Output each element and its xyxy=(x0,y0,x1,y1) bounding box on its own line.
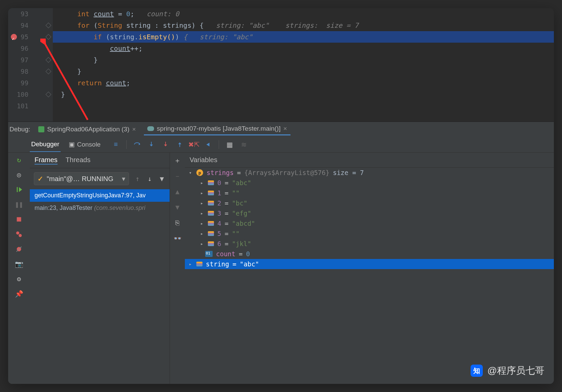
code-line: } xyxy=(53,66,554,77)
var-row[interactable]: 3 = "efg" xyxy=(185,208,554,218)
run-config-tab[interactable]: SpringRoad06Application (3) × xyxy=(35,124,139,135)
prev-frame-icon[interactable]: ↑ xyxy=(134,175,141,182)
tab-debugger[interactable]: Debugger xyxy=(30,137,61,152)
filter-icon[interactable]: ▼ xyxy=(158,175,166,182)
zhihu-logo-icon: 知 xyxy=(471,365,483,377)
svg-point-7 xyxy=(19,234,22,237)
tab-threads[interactable]: Threads xyxy=(66,156,90,165)
fold-marker[interactable] xyxy=(46,69,51,74)
var-row[interactable]: p strings = {Arrays$ArrayList@576} size … xyxy=(185,168,554,178)
expand-icon[interactable] xyxy=(200,241,204,246)
var-row[interactable]: 4 = "abcd" xyxy=(185,218,554,228)
var-row[interactable]: 0 = "abc" xyxy=(185,178,554,188)
thread-selector[interactable]: ✓ "main"@… RUNNING ▾ xyxy=(34,172,129,185)
var-row[interactable]: 5 = "" xyxy=(185,228,554,239)
tab-console[interactable]: ▣Console xyxy=(67,137,102,152)
fold-column xyxy=(32,8,53,122)
chevron-down-icon: ▾ xyxy=(122,175,125,183)
var-row-selected[interactable]: string = "abc" xyxy=(185,259,554,269)
debug-toolbar: Debugger ▣Console ≡ ✖⇱ ▦ ≋ xyxy=(8,136,554,153)
expand-icon[interactable] xyxy=(200,211,204,216)
fold-marker[interactable] xyxy=(46,34,51,40)
drop-frame-icon[interactable]: ✖⇱ xyxy=(190,141,198,148)
run-to-cursor-icon[interactable] xyxy=(204,141,212,148)
variables-pane: ＋ － ▲ ▼ ⎘ 👓 Variables p strings = {Array… xyxy=(170,153,554,384)
elephant-icon xyxy=(147,126,154,131)
expand-icon[interactable] xyxy=(189,261,193,267)
line-gutter: 93 94 95 96 97 98 99 100 101 xyxy=(8,8,32,122)
rerun-icon[interactable]: ↻ xyxy=(15,156,23,164)
expand-icon[interactable] xyxy=(200,221,204,226)
layout-icon[interactable]: ≡ xyxy=(112,141,120,148)
bug-icon xyxy=(38,126,44,132)
mute-breakpoints-icon[interactable] xyxy=(15,245,23,253)
down-icon[interactable]: ▼ xyxy=(174,203,181,211)
code-line: return count; xyxy=(53,77,554,89)
code-line: for (String string : strings) { string: … xyxy=(53,20,554,31)
trace-icon[interactable]: ≋ xyxy=(240,141,247,148)
element-icon xyxy=(208,191,214,195)
evaluate-icon[interactable]: ▦ xyxy=(226,141,233,148)
stack-frame[interactable]: getCountEmptyStringUsingJava7:97, Jav xyxy=(30,189,170,202)
pause-icon[interactable]: ❚❚ xyxy=(15,201,23,208)
breakpoint-icon[interactable] xyxy=(11,34,17,40)
resume-icon[interactable] xyxy=(15,186,23,193)
expand-icon[interactable] xyxy=(200,231,204,236)
expand-icon[interactable] xyxy=(189,170,193,175)
stop-icon[interactable] xyxy=(15,216,23,223)
debug-header: Debug: SpringRoad06Application (3) × spr… xyxy=(8,122,554,136)
step-out-icon[interactable] xyxy=(176,141,183,148)
tab-frames[interactable]: Frames xyxy=(35,156,58,165)
copy-icon[interactable]: ⎘ xyxy=(174,219,181,226)
expand-icon[interactable] xyxy=(200,200,204,206)
next-frame-icon[interactable]: ↓ xyxy=(146,175,153,182)
settings-icon[interactable]: ⚙ xyxy=(15,275,23,283)
svg-rect-4 xyxy=(17,187,18,192)
var-row[interactable]: 1 = "" xyxy=(185,188,554,198)
step-over-icon[interactable] xyxy=(133,141,141,148)
code-area[interactable]: int count = 0; count: 0 for (String stri… xyxy=(53,8,554,112)
step-into-icon[interactable] xyxy=(148,141,155,148)
code-line: count++; xyxy=(53,43,554,54)
var-row[interactable]: 6 = "jkl" xyxy=(185,239,554,249)
code-line: } xyxy=(53,89,554,100)
force-step-into-icon[interactable] xyxy=(162,141,169,148)
fold-marker[interactable] xyxy=(46,92,51,97)
element-icon xyxy=(196,262,202,266)
view-breakpoints-icon[interactable] xyxy=(15,231,23,238)
run-config-tab[interactable]: spring-road07-mybatis [Java8Tester.main(… xyxy=(144,123,290,135)
add-watch-icon[interactable]: ＋ xyxy=(174,157,181,164)
console-icon: ▣ xyxy=(69,140,75,147)
check-icon: ✓ xyxy=(38,175,43,183)
element-icon xyxy=(208,241,214,246)
fold-marker[interactable] xyxy=(46,57,51,63)
element-icon xyxy=(208,211,214,216)
code-line: } xyxy=(53,54,554,66)
expand-icon[interactable] xyxy=(200,190,204,196)
up-icon[interactable]: ▲ xyxy=(174,188,181,195)
svg-point-6 xyxy=(16,232,19,235)
variables-heading: Variables xyxy=(185,153,554,168)
vars-toolbar: ＋ － ▲ ▼ ⎘ 👓 xyxy=(170,153,185,384)
show-exec-icon[interactable]: ◎ xyxy=(15,171,23,178)
element-icon xyxy=(208,180,214,185)
stack-frame[interactable]: main:23, Java8Tester (com.sevenluo.spri xyxy=(30,202,170,214)
expand-icon[interactable] xyxy=(200,180,204,186)
remove-watch-icon[interactable]: － xyxy=(174,172,181,180)
glasses-icon[interactable]: 👓 xyxy=(174,235,181,242)
var-row[interactable]: count = 0 xyxy=(185,249,554,259)
debug-body: ↻ ◎ ❚❚ 📷 ⚙ 📌 Frames Threads ✓ "main"@… R… xyxy=(8,153,554,384)
fold-marker[interactable] xyxy=(46,23,51,28)
pin-icon[interactable]: 📌 xyxy=(15,290,23,298)
code-line-current: if (string.isEmpty()) { string: "abc" xyxy=(53,31,554,43)
element-icon xyxy=(208,231,214,236)
ide-window: 93 94 95 96 97 98 99 100 101 int count =… xyxy=(8,8,554,384)
close-icon[interactable]: × xyxy=(132,126,136,133)
debug-label: Debug: xyxy=(9,126,30,133)
frames-pane: Frames Threads ✓ "main"@… RUNNING ▾ ↑ ↓ … xyxy=(30,153,170,384)
code-editor[interactable]: 93 94 95 96 97 98 99 100 101 int count =… xyxy=(8,8,554,122)
snapshot-icon[interactable]: 📷 xyxy=(15,260,23,268)
close-icon[interactable]: × xyxy=(283,125,287,132)
param-icon: p xyxy=(196,169,203,176)
var-row[interactable]: 2 = "bc" xyxy=(185,198,554,208)
